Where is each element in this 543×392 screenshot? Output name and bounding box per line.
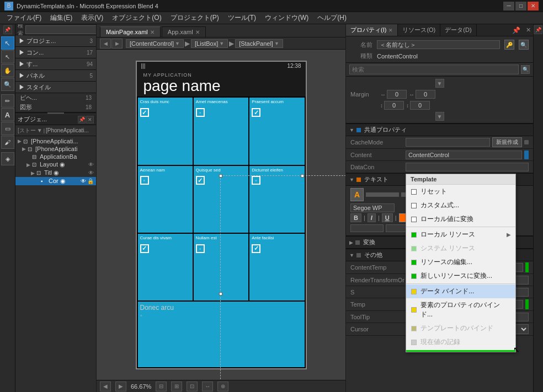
text-bold-btn[interactable]: B <box>350 213 361 222</box>
contenttemp-indicator[interactable] <box>525 262 529 272</box>
menu-edit[interactable]: 編集(E) <box>46 12 77 24</box>
tool-pan[interactable]: ✋ <box>1 64 14 77</box>
text-italic-btn[interactable]: I <box>368 213 376 222</box>
minimize-button[interactable]: ─ <box>503 2 514 10</box>
right-panel-pin[interactable]: 📌 <box>509 26 524 34</box>
tab-mainpage-close[interactable]: ✕ <box>150 29 155 35</box>
tab-properties-close[interactable]: ✕ <box>388 28 393 33</box>
toolbox-search-input[interactable] <box>25 25 96 34</box>
breadcrumb-fwd[interactable]: ▶ <box>111 39 123 49</box>
tab-resources[interactable]: リソース(O) <box>398 24 440 36</box>
store-dropdown-arrow[interactable]: ▼ <box>37 127 42 133</box>
margin-left-input[interactable] <box>387 90 407 99</box>
objects-panel-close[interactable]: ✕ <box>86 116 94 123</box>
menu-project[interactable]: プロジェクト(P) <box>166 12 223 24</box>
menu-reset[interactable]: リセット <box>406 185 515 198</box>
tree-eye-5[interactable]: 👁 <box>81 178 86 184</box>
maximize-button[interactable]: □ <box>515 2 526 10</box>
tab-app[interactable]: App.xaml ✕ <box>162 26 206 37</box>
tool-text[interactable]: A <box>1 108 14 121</box>
tool-pen[interactable]: ✏ <box>1 94 14 108</box>
text-input-2[interactable] <box>386 224 408 232</box>
search-icon[interactable]: 🔍 <box>521 65 530 74</box>
text-underline-btn[interactable]: U <box>382 213 393 222</box>
common-props-header[interactable]: ▼ 共通プロパティ <box>346 123 533 136</box>
tree-lock-5[interactable]: 🔒 <box>87 178 94 184</box>
toolbox-section-header[interactable]: ▶ プロジェ... 3 <box>15 35 96 46</box>
menu-new-resource[interactable]: 新しいリソースに変換... <box>406 269 515 283</box>
close-button[interactable]: ✕ <box>528 2 539 10</box>
tool-shape[interactable]: ▭ <box>1 122 14 135</box>
cachemode-input[interactable] <box>406 138 490 147</box>
tree-item-2[interactable]: ▶ ⊟ ApplicationBa <box>15 153 96 160</box>
breadcrumb-listbox[interactable]: [ListBox] ▼ <box>191 39 228 48</box>
menu-tools[interactable]: ツール(T) <box>223 12 260 24</box>
breadcrumb-back[interactable]: ◀ <box>100 39 111 49</box>
tool-paint[interactable]: 🖌 <box>1 136 14 149</box>
font-family-input[interactable] <box>350 203 395 212</box>
zoom-btn-4[interactable]: ↔ <box>202 382 213 391</box>
menu-custom[interactable]: カスタム式... <box>406 198 515 212</box>
panels-header[interactable]: ▶ パネル 5 <box>15 70 96 81</box>
content-input[interactable] <box>406 151 522 159</box>
menu-file[interactable]: ファイル(F) <box>2 12 46 24</box>
tab-app-close[interactable]: ✕ <box>195 29 200 35</box>
menu-local-resource[interactable]: ローカル リソース ▶ <box>406 228 515 241</box>
tool-asset[interactable]: ◈ <box>1 152 14 165</box>
menu-element-bind[interactable]: 要素のプロパティのバインド... <box>406 298 515 321</box>
tab-data[interactable]: データ(D) <box>440 24 476 36</box>
zoom-btn-2[interactable]: ⊞ <box>171 382 182 391</box>
content-dot[interactable] <box>524 151 529 159</box>
breadcrumb-content-control[interactable]: [ContentControl] ▼ <box>126 39 184 48</box>
margin-expand-bottom[interactable]: ▼ <box>435 112 444 121</box>
margin-expand-top[interactable]: ▼ <box>435 79 444 88</box>
temp-indicator[interactable] <box>525 299 529 309</box>
style-item-pihe[interactable]: ピヘ... 13 <box>15 93 96 103</box>
tree-eye-4[interactable]: 👁 <box>88 170 94 176</box>
tree-eye-3[interactable]: 👁 <box>88 162 94 168</box>
tree-item-1[interactable]: ▶ ⊡ [PhoneApplicati <box>15 145 96 153</box>
tree-item-4[interactable]: ▶ ⊡ Titl ◉ 👁 <box>15 169 96 177</box>
tool-zoom[interactable]: 🔍 <box>1 78 14 91</box>
toolbox-section-panels: ▶ パネル 5 <box>15 70 96 82</box>
margin-top-input[interactable] <box>384 101 404 110</box>
cachemode-dot[interactable] <box>524 140 529 144</box>
menu-help[interactable]: ヘルプ(H) <box>313 12 351 24</box>
name-action-btn[interactable]: 🔑 <box>504 40 514 50</box>
tab-properties[interactable]: プロパティ(I) ✕ <box>346 24 398 36</box>
name-search-btn[interactable]: 🔍 <box>519 40 529 50</box>
margin-bottom-input[interactable] <box>410 101 430 110</box>
tool-select[interactable]: ↖ <box>1 36 14 50</box>
right-vtab-1[interactable]: 📌 <box>534 25 542 34</box>
menu-edit-resource[interactable]: リソースの編集... <box>406 255 515 269</box>
menu-local-convert[interactable]: ローカル値に変換 <box>406 212 515 226</box>
text-input-1[interactable] <box>350 224 384 232</box>
property-search-input[interactable] <box>349 65 519 74</box>
menu-object[interactable]: オブジェクト(O) <box>108 12 166 24</box>
tree-item-5[interactable]: ▶ ▪ Cor ◉ 👁 🔒 <box>15 177 96 185</box>
tree-item-3[interactable]: ▶ ⊡ Layout ◉ 👁 <box>15 160 96 169</box>
datacon-input[interactable] <box>406 163 529 171</box>
cachemode-new-btn[interactable]: 新規作成 <box>492 137 522 147</box>
style-item-shape[interactable]: 図形 18 <box>15 103 96 112</box>
menu-view[interactable]: 表示(V) <box>77 12 108 24</box>
menu-window[interactable]: ウィンドウ(W) <box>260 12 313 24</box>
right-panel-close[interactable]: ✕ <box>524 26 533 34</box>
zoom-btn-3[interactable]: ⊡ <box>187 382 198 391</box>
tool-select2[interactable]: ↖ <box>1 50 14 63</box>
styles-header[interactable]: ▶ スタイル <box>15 82 96 93</box>
controls-header[interactable]: ▶ コン... 17 <box>15 47 96 58</box>
zoom-btn-1[interactable]: ⊟ <box>156 382 167 391</box>
name-input[interactable] <box>377 40 500 49</box>
margin-right-input[interactable] <box>416 90 435 99</box>
objects-panel-pin[interactable]: 📌 <box>78 116 86 123</box>
canvas-btn-1[interactable]: ◀ <box>100 382 111 391</box>
menu-data-bind[interactable]: データ バインド... ↖ <box>406 284 515 298</box>
breadcrumb-stackpanel[interactable]: [StackPanel] ▼ <box>235 39 283 48</box>
tree-item-0[interactable]: ▶ ⊡ [PhoneApplicati... <box>15 137 96 145</box>
tab-mainpage[interactable]: MainPage.xaml ✕ <box>100 26 161 37</box>
canvas-btn-2[interactable]: ▶ <box>115 382 126 391</box>
zoom-btn-5[interactable]: ⊕ <box>217 382 228 391</box>
su-header[interactable]: ▶ す... 94 <box>15 58 96 69</box>
toolbox-pin[interactable]: 📌 <box>3 25 12 34</box>
